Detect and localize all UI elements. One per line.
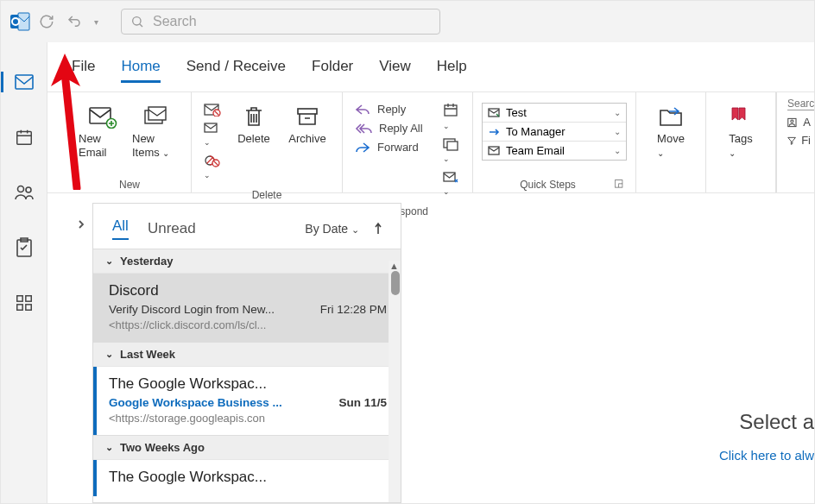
filter-email-button[interactable]: Fi bbox=[787, 134, 811, 147]
tab-folder[interactable]: Folder bbox=[312, 58, 353, 83]
search-box[interactable]: Search bbox=[121, 9, 440, 35]
group-lastweek[interactable]: ⌄Last Week bbox=[93, 342, 401, 366]
group-yesterday[interactable]: ⌄Yesterday bbox=[93, 249, 401, 273]
tags-label: Tags⌄ bbox=[729, 132, 752, 161]
group-new-label: New bbox=[77, 175, 182, 192]
forward-button[interactable]: Forward bbox=[355, 141, 434, 154]
message-list: All Unread By Date ⌄ ⌄Yesterday Discord … bbox=[92, 203, 401, 503]
find-search-input[interactable] bbox=[787, 98, 814, 110]
left-rail bbox=[1, 42, 47, 503]
ignore-icon[interactable] bbox=[204, 103, 223, 117]
move-button[interactable]: Move⌄ bbox=[645, 98, 697, 164]
new-items-icon bbox=[142, 101, 170, 132]
group-find: A Fi bbox=[776, 92, 814, 192]
tab-file[interactable]: File bbox=[72, 58, 95, 83]
new-email-icon bbox=[88, 101, 117, 132]
qs-team-email[interactable]: Team Email⌄ bbox=[483, 142, 626, 160]
sort-direction-icon[interactable] bbox=[373, 222, 383, 236]
rail-people[interactable] bbox=[10, 179, 38, 206]
new-items-button[interactable]: New Items ⌄ bbox=[130, 98, 182, 164]
archive-label: Archive bbox=[288, 132, 325, 146]
find-search-row[interactable] bbox=[787, 98, 811, 110]
new-items-label: New Items ⌄ bbox=[132, 132, 180, 161]
reply-all-button[interactable]: Reply All bbox=[355, 122, 434, 135]
search-placeholder: Search bbox=[153, 14, 197, 29]
svg-rect-10 bbox=[16, 296, 22, 301]
delete-small-buttons: ⌄ ⌄ bbox=[200, 98, 226, 186]
qs-to-manager[interactable]: To Manager⌄ bbox=[483, 123, 626, 142]
svg-rect-24 bbox=[445, 105, 457, 116]
more-respond-icon[interactable]: ⌄ bbox=[443, 170, 460, 197]
scroll-up-icon[interactable]: ▲ bbox=[389, 261, 399, 271]
svg-rect-11 bbox=[25, 296, 30, 301]
search-icon bbox=[130, 15, 144, 28]
title-bar: ▾ Search bbox=[1, 1, 814, 42]
tab-home[interactable]: Home bbox=[121, 58, 160, 83]
share-icon[interactable]: ⌄ bbox=[443, 137, 460, 164]
tags-button[interactable]: Tags⌄ bbox=[715, 98, 767, 164]
move-icon bbox=[658, 101, 684, 132]
svg-point-8 bbox=[26, 187, 31, 192]
svg-point-7 bbox=[17, 186, 23, 192]
svg-rect-5 bbox=[16, 75, 33, 89]
email-item-2[interactable]: The Google Workspac... bbox=[93, 459, 401, 496]
rail-more[interactable] bbox=[10, 289, 38, 317]
menu-tabs: File Home Send / Receive Folder View Hel… bbox=[47, 42, 814, 91]
junk-icon[interactable]: ⌄ bbox=[204, 154, 223, 180]
reading-pane: Select a Click here to alw bbox=[401, 203, 814, 503]
reply-button[interactable]: Reply bbox=[355, 103, 434, 116]
email-from: The Google Workspac... bbox=[109, 375, 387, 393]
address-book-button[interactable]: A bbox=[787, 116, 811, 129]
archive-icon bbox=[295, 101, 319, 132]
filter-unread[interactable]: Unread bbox=[148, 220, 196, 237]
undo-icon[interactable] bbox=[66, 14, 82, 29]
content-split: All Unread By Date ⌄ ⌄Yesterday Discord … bbox=[60, 203, 814, 503]
reading-link[interactable]: Click here to alw bbox=[719, 448, 814, 463]
dropdown-icon[interactable]: ▾ bbox=[94, 17, 98, 27]
meeting-icon[interactable]: ⌄ bbox=[443, 103, 460, 131]
chevron-down-icon: ⌄ bbox=[105, 349, 113, 360]
email-from: Discord bbox=[109, 282, 387, 299]
outlook-logo bbox=[8, 9, 32, 34]
rail-tasks[interactable] bbox=[10, 234, 38, 261]
group-move: Move⌄ bbox=[636, 92, 706, 192]
quicksteps-launcher[interactable]: ◲ bbox=[614, 177, 627, 191]
rail-calendar[interactable] bbox=[10, 123, 38, 151]
delete-button[interactable]: Delete bbox=[228, 98, 280, 149]
scrollbar-track[interactable] bbox=[389, 261, 401, 502]
nav-collapse-toggle[interactable] bbox=[60, 203, 92, 246]
sort-by-date[interactable]: By Date ⌄ bbox=[305, 222, 359, 236]
qs-test[interactable]: Test⌄ bbox=[483, 104, 626, 123]
cleanup-icon[interactable]: ⌄ bbox=[204, 123, 223, 148]
tab-view[interactable]: View bbox=[379, 58, 411, 83]
svg-rect-26 bbox=[447, 142, 458, 150]
group-respond: Reply Reply All Forward ⌄ ⌄ ⌄ Respond bbox=[343, 92, 473, 192]
archive-button[interactable]: Archive bbox=[281, 98, 333, 149]
rail-mail[interactable] bbox=[10, 68, 38, 96]
tab-help[interactable]: Help bbox=[437, 58, 467, 83]
new-email-button[interactable]: New Email bbox=[77, 98, 129, 164]
chevron-down-icon: ⌄ bbox=[105, 442, 113, 453]
email-item-1[interactable]: The Google Workspac... Google Workspace … bbox=[93, 366, 401, 435]
filter-bar: All Unread By Date ⌄ bbox=[93, 204, 401, 249]
svg-point-31 bbox=[791, 119, 793, 122]
svg-rect-12 bbox=[16, 305, 22, 310]
scrollbar-thumb[interactable] bbox=[391, 271, 400, 295]
group-delete-label: Delete bbox=[200, 186, 333, 203]
svg-rect-20 bbox=[205, 123, 217, 132]
email-subject: Google Workspace Business ... bbox=[109, 396, 282, 409]
email-item-0[interactable]: Discord Verify Discord Login from New...… bbox=[93, 273, 401, 342]
sync-icon[interactable] bbox=[39, 14, 54, 29]
svg-rect-6 bbox=[16, 132, 31, 145]
group-new: New Email New Items ⌄ New bbox=[68, 92, 192, 192]
move-label: Move⌄ bbox=[657, 132, 685, 161]
delete-label: Delete bbox=[237, 132, 270, 146]
quick-steps-list[interactable]: Test⌄ To Manager⌄ Team Email⌄ bbox=[482, 103, 627, 161]
email-subject: Verify Discord Login from New... bbox=[109, 303, 275, 316]
main-area: File Home Send / Receive Folder View Hel… bbox=[47, 42, 814, 503]
reading-heading: Select a bbox=[719, 410, 814, 434]
filter-all[interactable]: All bbox=[112, 217, 129, 240]
group-twoweeks[interactable]: ⌄Two Weeks Ago bbox=[93, 435, 401, 459]
email-preview: <https://storage.googleapis.con bbox=[109, 412, 387, 425]
tab-send-receive[interactable]: Send / Receive bbox=[186, 58, 286, 83]
